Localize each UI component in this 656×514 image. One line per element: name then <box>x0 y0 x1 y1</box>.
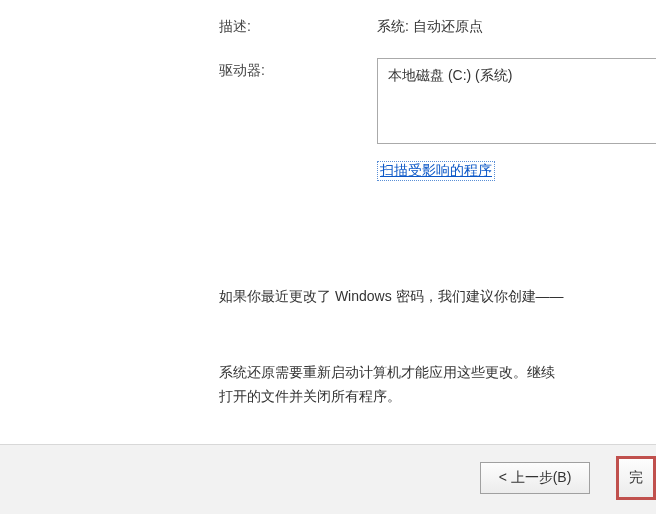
next-button-label: 完 <box>629 469 643 487</box>
drive-label: 驱动器: <box>219 62 265 80</box>
password-note-text: 如果你最近更改了 Windows 密码，我们建议你创建—— <box>219 288 656 306</box>
description-value: 系统: 自动还原点 <box>377 18 483 36</box>
next-button[interactable]: 完 <box>616 456 656 500</box>
restart-note-line2: 打开的文件并关闭所有程序。 <box>219 388 656 406</box>
restart-note-line1: 系统还原需要重新启动计算机才能应用这些更改。继续 <box>219 364 656 382</box>
dialog-content: 描述: 系统: 自动还原点 驱动器: 本地磁盘 (C:) (系统) 扫描受影响的… <box>0 0 656 444</box>
description-label: 描述: <box>219 18 251 36</box>
drive-listbox[interactable]: 本地磁盘 (C:) (系统) <box>377 58 656 144</box>
back-button[interactable]: < 上一步(B) <box>480 462 590 494</box>
drive-list-item[interactable]: 本地磁盘 (C:) (系统) <box>388 67 646 85</box>
scan-affected-programs-link[interactable]: 扫描受影响的程序 <box>377 161 495 181</box>
